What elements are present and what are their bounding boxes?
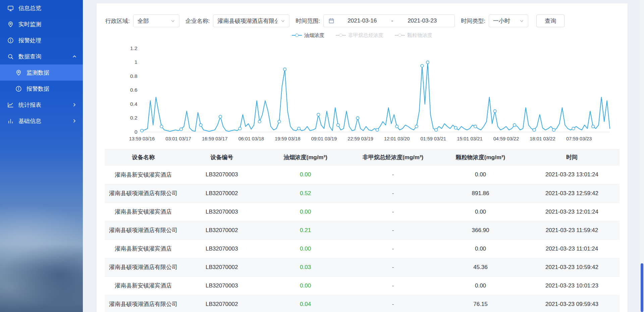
cell-device-name: 灌南县新安镇灌宾酒店 (105, 239, 182, 258)
legend-item-pm-concentration[interactable]: 颗粒物浓度 (395, 32, 432, 39)
cell-nmhc-value: - (349, 276, 437, 295)
cell-nmhc-value: - (349, 184, 437, 203)
cell-oil-value: 0.52 (262, 184, 349, 203)
legend-item-nmhc-concentration[interactable]: 非甲烷总烃浓度 (336, 32, 383, 39)
info-icon (15, 85, 22, 92)
time-range-label: 时间范围: (296, 17, 320, 25)
cell-oil-value: 0.04 (262, 295, 349, 312)
cell-device-code: LB32070002 (182, 184, 262, 203)
sidebar-item-statistics-report[interactable]: 统计报表 (0, 97, 83, 113)
legend-line-marker-icon (395, 35, 405, 36)
region-select-value: 全部 (138, 17, 167, 25)
svg-text:0: 0 (135, 129, 138, 135)
cell-oil-value: 0.21 (262, 221, 349, 239)
header-device-name: 设备名称 (105, 149, 182, 166)
table-row[interactable]: 灌南县新安镇灌宾酒店 LB32070003 0.00 - 0.00 2021-0… (105, 276, 620, 295)
cell-device-name: 灌南县硕项湖酒店有限公司 (105, 295, 182, 312)
cell-device-name: 灌南县新安镇灌宾酒店 (105, 166, 182, 184)
cell-pm-value: 891.86 (437, 184, 524, 203)
date-range-picker[interactable]: 2021-03-16 - 2021-03-23 (323, 14, 455, 27)
svg-text:19:59 03/18: 19:59 03/18 (275, 136, 300, 141)
table-row[interactable]: 灌南县新安镇灌宾酒店 LB32070003 0.00 - 0.00 2021-0… (105, 239, 620, 258)
cell-nmhc-value: - (349, 258, 437, 276)
cell-device-code: LB32070002 (182, 258, 262, 276)
cell-pm-value: 0.00 (437, 239, 524, 258)
svg-text:03:01 03/17: 03:01 03/17 (165, 136, 191, 141)
chevron-right-icon (72, 119, 77, 123)
cell-time: 2021-03-23 13:01:24 (524, 166, 620, 184)
sidebar-item-basic-info[interactable]: 基础信息 (0, 113, 83, 129)
sidebar-item-label: 监测数据 (26, 69, 49, 77)
cell-time: 2021-03-23 10:01:23 (524, 276, 620, 295)
date-start-value[interactable]: 2021-03-16 (334, 17, 390, 24)
cell-pm-value: 0.00 (437, 166, 524, 184)
svg-text:06:01 03/18: 06:01 03/18 (238, 136, 264, 141)
legend-item-oil-concentration[interactable]: 油烟浓度 (292, 32, 324, 39)
cell-oil-value: 0.00 (262, 166, 349, 184)
header-time: 时间 (524, 149, 620, 166)
monitoring-data-table: 设备名称 设备编号 油烟浓度(mg/m³) 非甲烷总烃浓度(mg/m³) 颗粒物… (105, 149, 620, 312)
sidebar-item-label: 数据查询 (18, 53, 41, 60)
sidebar-item-data-query[interactable]: 数据查询 (0, 48, 83, 64)
cell-time: 2021-03-23 12:01:24 (524, 203, 620, 221)
legend-label: 颗粒物浓度 (407, 32, 432, 39)
svg-text:0.2: 0.2 (130, 115, 137, 121)
location-pin-icon (15, 69, 22, 76)
cell-device-name: 灌南县新安镇灌宾酒店 (105, 276, 182, 295)
svg-text:1: 1 (135, 59, 138, 65)
chevron-up-icon (72, 54, 77, 59)
query-button[interactable]: 查询 (536, 14, 565, 27)
table-row[interactable]: 灌南县新安镇灌宾酒店 LB32070003 0.00 - 0.00 2021-0… (105, 166, 620, 184)
svg-text:12:01 03/20: 12:01 03/20 (384, 136, 410, 141)
sidebar-item-label: 信息总览 (18, 4, 41, 12)
sidebar-item-alarm-handling[interactable]: 报警处理 (0, 32, 83, 48)
sidebar-item-info-overview[interactable]: 信息总览 (0, 0, 83, 16)
header-pm-concentration: 颗粒物浓度(mg/m³) (437, 149, 524, 166)
chevron-down-icon (281, 19, 285, 23)
svg-text:18:01 03/22: 18:01 03/22 (530, 136, 555, 141)
filter-bar: 行政区域: 全部 企业名称: 灌南县硕项湖酒店有限公 时间范围: 2021-03… (105, 14, 620, 27)
sidebar-item-alarm-data[interactable]: 报警数据 (0, 81, 83, 97)
svg-text:22:59 03/19: 22:59 03/19 (347, 136, 373, 141)
svg-text:13:59 03/16: 13:59 03/16 (129, 136, 155, 141)
cell-pm-value: 45.36 (437, 258, 524, 276)
table-row[interactable]: 灌南县硕项湖酒店有限公司 LB32070002 0.03 - 45.36 202… (105, 258, 620, 276)
legend-label: 油烟浓度 (304, 32, 324, 39)
sidebar-item-label: 报警处理 (18, 37, 41, 44)
date-end-value[interactable]: 2021-03-23 (394, 17, 450, 24)
table-row[interactable]: 灌南县硕项湖酒店有限公司 LB32070002 0.52 - 891.86 20… (105, 184, 620, 203)
cell-oil-value: 0.00 (262, 239, 349, 258)
cell-oil-value: 0.00 (262, 203, 349, 221)
sidebar-item-label: 统计报表 (18, 101, 41, 109)
cell-nmhc-value: - (349, 203, 437, 221)
line-chart[interactable]: 00.20.40.60.811.213:59 03/1603:01 03/171… (105, 39, 620, 146)
company-select[interactable]: 灌南县硕项湖酒店有限公 (213, 14, 289, 27)
table-row[interactable]: 灌南县硕项湖酒店有限公司 LB32070002 0.04 - 76.15 202… (105, 295, 620, 312)
cell-device-code: LB32070003 (182, 239, 262, 258)
calendar-icon (328, 18, 334, 24)
scrollbar-thumb[interactable] (641, 263, 643, 312)
chevron-down-icon (520, 19, 524, 23)
sidebar-item-label: 基础信息 (18, 117, 41, 125)
dashboard-icon (7, 5, 14, 11)
table-row[interactable]: 灌南县硕项湖酒店有限公司 LB32070002 0.21 - 366.90 20… (105, 221, 620, 239)
cell-nmhc-value: - (349, 239, 437, 258)
cell-device-code: LB32070002 (182, 295, 262, 312)
sidebar-item-label: 报警数据 (26, 85, 49, 93)
header-device-code: 设备编号 (182, 149, 262, 166)
line-chart-icon (7, 101, 14, 108)
sidebar-item-monitoring-data[interactable]: 监测数据 (0, 64, 83, 81)
svg-text:04:59 03/22: 04:59 03/22 (493, 136, 519, 141)
time-type-select[interactable]: 一小时 (489, 14, 528, 27)
cell-time: 2021-03-23 10:59:42 (524, 258, 620, 276)
region-select[interactable]: 全部 (133, 14, 179, 27)
sidebar-item-realtime-monitor[interactable]: 实时监测 (0, 16, 83, 32)
vertical-scrollbar[interactable] (640, 0, 644, 312)
table-row[interactable]: 灌南县新安镇灌宾酒店 LB32070003 0.00 - 0.00 2021-0… (105, 203, 620, 221)
svg-text:0.8: 0.8 (130, 73, 137, 79)
chart-legend: 油烟浓度 非甲烷总烃浓度 颗粒物浓度 (105, 31, 620, 39)
company-select-value: 灌南县硕项湖酒店有限公 (217, 17, 277, 25)
cell-time: 2021-03-23 12:59:42 (524, 184, 620, 203)
bar-chart-icon (7, 118, 14, 124)
legend-line-marker-icon (292, 35, 302, 36)
